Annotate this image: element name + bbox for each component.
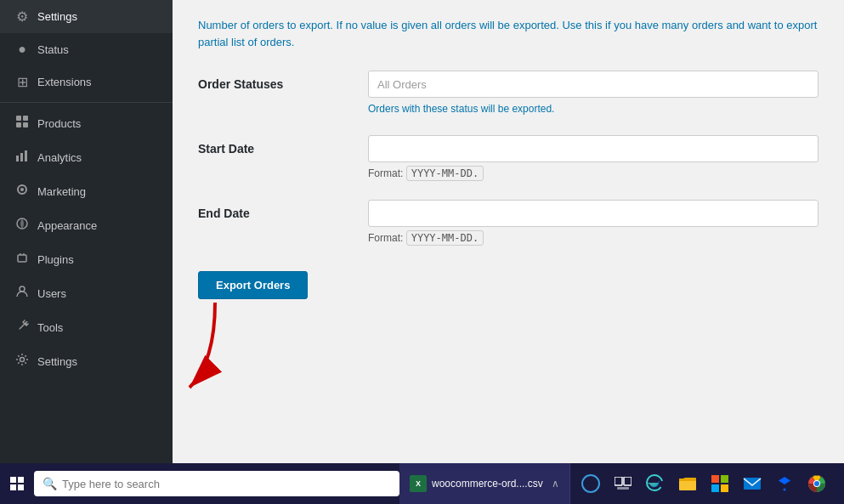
main-area: ⚙ Settings ● Status ⊞ Extensions Product… [0, 0, 844, 463]
sidebar-item-marketing-label: Marketing [37, 185, 86, 198]
export-button-wrapper: Export Orders [198, 264, 308, 299]
sidebar: ⚙ Settings ● Status ⊞ Extensions Product… [0, 0, 173, 463]
sidebar-item-status-label: Status [37, 43, 69, 56]
search-input[interactable] [62, 478, 391, 490]
sidebar-item-products[interactable]: Products [0, 106, 173, 140]
sidebar-item-extensions[interactable]: ⊞ Extensions [0, 65, 173, 99]
sidebar-item-appearance-label: Appearance [37, 219, 97, 232]
svg-rect-0 [16, 116, 21, 121]
users-icon [14, 285, 31, 302]
download-filename: woocommerce-ord....csv [432, 478, 543, 490]
tools-icon [14, 319, 31, 336]
windows-icon [10, 477, 24, 490]
export-orders-button[interactable]: Export Orders [198, 271, 308, 299]
marketing-icon [14, 183, 31, 200]
cortana-icon[interactable] [581, 473, 601, 494]
search-icon: 🔍 [42, 477, 57, 490]
svg-point-12 [20, 358, 25, 362]
sidebar-item-extensions-label: Extensions [37, 76, 92, 88]
svg-point-27 [814, 481, 819, 486]
sidebar-item-settings-top[interactable]: ⚙ Settings [0, 0, 173, 33]
end-date-row: End Date Format: YYYY-MM-DD. [198, 200, 819, 244]
start-date-input[interactable] [368, 135, 819, 162]
taskbar: 🔍 X woocommerce-ord....csv ∧ [0, 463, 844, 504]
sidebar-item-analytics[interactable]: Analytics [0, 140, 173, 174]
search-box[interactable]: 🔍 [34, 471, 399, 496]
taskbar-icons [570, 473, 837, 494]
start-date-format-hint: Format: YYYY-MM-DD. [368, 167, 819, 179]
end-date-label: End Date [198, 200, 368, 220]
svg-rect-10 [18, 255, 26, 262]
svg-rect-3 [23, 122, 28, 127]
svg-rect-14 [615, 477, 622, 485]
settings-top-icon: ⚙ [14, 8, 31, 25]
status-icon: ● [14, 42, 31, 57]
content-area: Number of orders to export. If no value … [173, 0, 844, 463]
order-statuses-select[interactable]: All Orders [368, 71, 819, 98]
svg-rect-6 [25, 150, 27, 161]
chrome-icon[interactable] [807, 473, 827, 494]
svg-rect-18 [711, 475, 719, 483]
svg-rect-15 [624, 477, 632, 485]
sidebar-item-tools-label: Tools [37, 321, 63, 334]
sidebar-item-users[interactable]: Users [0, 276, 173, 310]
sidebar-item-users-label: Users [37, 287, 66, 300]
start-date-field-group: Format: YYYY-MM-DD. [368, 135, 819, 179]
svg-point-23 [783, 489, 785, 491]
svg-rect-21 [721, 484, 728, 492]
task-view-icon[interactable] [613, 473, 633, 494]
end-date-input[interactable] [368, 200, 819, 227]
extensions-icon: ⊞ [14, 74, 31, 90]
sidebar-item-status[interactable]: ● Status [0, 33, 173, 65]
svg-rect-16 [617, 487, 629, 490]
start-date-label: Start Date [198, 135, 368, 156]
dropbox-icon[interactable] [774, 473, 795, 494]
order-statuses-row: Order Statuses All Orders Orders with th… [198, 71, 819, 115]
download-notification[interactable]: X woocommerce-ord....csv ∧ [399, 463, 570, 504]
chevron-up-icon: ∧ [552, 478, 559, 490]
end-date-format-hint: Format: YYYY-MM-DD. [368, 232, 819, 244]
svg-rect-20 [711, 484, 719, 492]
sidebar-item-tools[interactable]: Tools [0, 310, 173, 344]
csv-file-icon: X [410, 475, 427, 492]
sidebar-item-analytics-label: Analytics [37, 151, 82, 164]
sidebar-item-marketing[interactable]: Marketing [0, 174, 173, 208]
settings-icon [14, 353, 31, 370]
svg-point-11 [20, 286, 25, 292]
products-icon [14, 115, 31, 132]
plugins-icon [14, 251, 31, 268]
mail-icon[interactable] [742, 473, 762, 494]
svg-rect-2 [16, 122, 21, 127]
sidebar-item-settings-label: Settings [37, 355, 77, 368]
order-statuses-label: Order Statuses [198, 71, 368, 91]
start-button[interactable] [0, 463, 34, 504]
red-arrow-indicator [173, 290, 241, 400]
end-date-field-group: Format: YYYY-MM-DD. [368, 200, 819, 244]
start-date-format-code: YYYY-MM-DD. [406, 166, 484, 181]
sidebar-item-products-label: Products [37, 117, 81, 130]
sidebar-item-appearance[interactable]: Appearance [0, 208, 173, 242]
order-statuses-select-wrapper: All Orders [368, 71, 819, 98]
top-note: Number of orders to export. If no value … [198, 17, 819, 50]
appearance-icon [14, 217, 31, 234]
order-statuses-helper: Orders with these status will be exporte… [368, 103, 819, 115]
order-statuses-field-group: All Orders Orders with these status will… [368, 71, 819, 115]
svg-rect-5 [20, 153, 23, 161]
edge-browser-icon[interactable] [645, 473, 666, 494]
sidebar-item-plugins-label: Plugins [37, 253, 74, 266]
svg-rect-22 [744, 478, 761, 490]
file-explorer-icon[interactable] [677, 473, 698, 494]
sidebar-item-plugins[interactable]: Plugins [0, 242, 173, 276]
svg-rect-19 [721, 475, 728, 483]
start-date-row: Start Date Format: YYYY-MM-DD. [198, 135, 819, 179]
svg-rect-4 [16, 156, 19, 161]
sidebar-divider-1 [0, 102, 173, 103]
svg-point-8 [20, 188, 24, 191]
end-date-format-code: YYYY-MM-DD. [406, 230, 484, 246]
start-date-format-label: Format: [368, 167, 403, 179]
microsoft-store-icon[interactable] [710, 473, 730, 494]
end-date-format-label: Format: [368, 232, 403, 244]
analytics-icon [14, 149, 31, 166]
sidebar-item-settings[interactable]: Settings [0, 344, 173, 378]
svg-rect-1 [23, 116, 28, 121]
